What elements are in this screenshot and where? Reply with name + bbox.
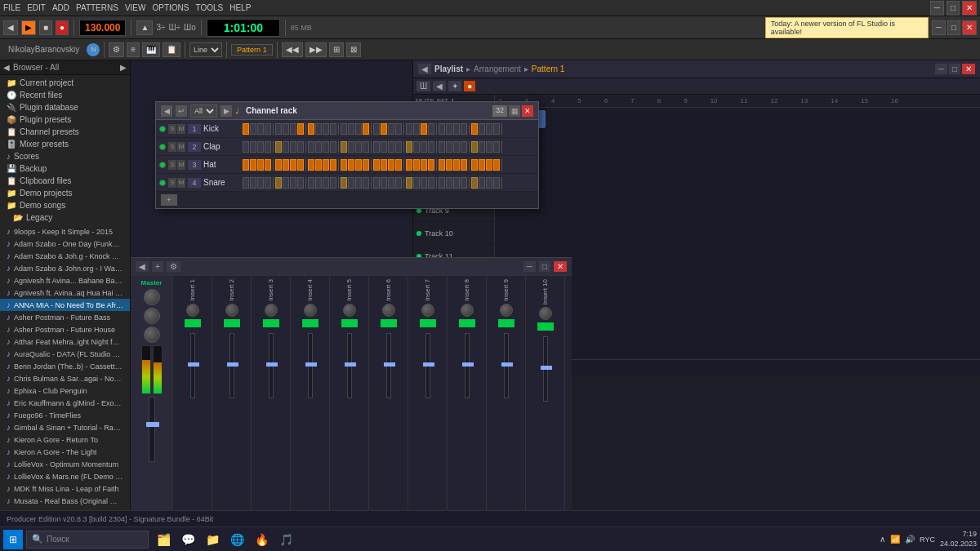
- hat-pad-1[interactable]: [243, 159, 249, 171]
- insert-1-active[interactable]: [185, 319, 201, 327]
- hat-pad-19[interactable]: [388, 159, 394, 171]
- line-select[interactable]: Line: [189, 42, 222, 57]
- record-button[interactable]: ●: [56, 20, 69, 35]
- hat-pad-10[interactable]: [315, 159, 322, 171]
- mixer-tools[interactable]: ⚙: [167, 261, 180, 272]
- snare-mute[interactable]: M: [177, 178, 185, 188]
- insert-10-active[interactable]: [537, 322, 554, 331]
- master-fader-thumb[interactable]: [146, 422, 159, 427]
- hat-pad-8[interactable]: [297, 159, 304, 171]
- hat-pad-12[interactable]: [330, 159, 336, 171]
- kick-pad-21[interactable]: [406, 123, 412, 135]
- snare-solo[interactable]: S: [168, 178, 176, 188]
- hat-pad-30[interactable]: [479, 159, 485, 171]
- insert-8-active[interactable]: [459, 319, 475, 327]
- prev-button[interactable]: ◀: [3, 20, 18, 35]
- clap-pad-30[interactable]: [479, 141, 485, 153]
- kick-pad-18[interactable]: [381, 123, 387, 135]
- clap-pad-24[interactable]: [428, 141, 434, 153]
- hat-pad-31[interactable]: [486, 159, 492, 171]
- hat-mute[interactable]: M: [177, 160, 185, 170]
- sidebar-song-7[interactable]: ♪ Asher Postman - Future Bass: [0, 311, 130, 323]
- clap-pad-28[interactable]: [461, 141, 467, 153]
- clap-pad-14[interactable]: [348, 141, 354, 153]
- sidebar-song-10[interactable]: ♪ AuraQualic - DATA (FL Studio Remix): [0, 348, 130, 360]
- clap-pad-22[interactable]: [413, 141, 420, 153]
- maximize-button[interactable]: □: [947, 1, 960, 16]
- kick-pad-23[interactable]: [421, 123, 427, 135]
- sidebar-item-legacy[interactable]: 📂 Legacy: [0, 211, 130, 224]
- sidebar-back[interactable]: ◀: [3, 63, 10, 72]
- snare-pad-29[interactable]: [471, 177, 478, 189]
- snare-pad-31[interactable]: [486, 177, 492, 189]
- snare-pad-25[interactable]: [439, 177, 445, 189]
- sidebar-song-5[interactable]: ♪ Agnivesh ft. Avina..aq Hua Hai Mujhe: [0, 287, 130, 299]
- clap-pad-8[interactable]: [297, 141, 304, 153]
- sidebar-item-plugin-db[interactable]: 🔌 Plugin database: [0, 101, 130, 113]
- hat-pad-24[interactable]: [428, 159, 434, 171]
- kick-pad-11[interactable]: [323, 123, 329, 135]
- hat-pad-20[interactable]: [395, 159, 402, 171]
- kick-pad-32[interactable]: [493, 123, 500, 135]
- menu-edit[interactable]: EDIT: [27, 3, 46, 12]
- insert-4-knob[interactable]: [304, 304, 317, 317]
- insert-1-fader[interactable]: [188, 362, 199, 367]
- playlist-close[interactable]: ✕: [962, 64, 975, 74]
- cr-filter[interactable]: All: [190, 104, 217, 118]
- stop-button[interactable]: ■: [39, 20, 52, 35]
- clap-pad-10[interactable]: [315, 141, 322, 153]
- sidebar-song-9[interactable]: ♪ Atthar Feat Mehra..ight Night feeling: [0, 335, 130, 348]
- hat-solo[interactable]: S: [168, 160, 176, 170]
- hat-pad-15[interactable]: [355, 159, 362, 171]
- sidebar-song-2[interactable]: ♪ Adam Szabo & Joh.g - Knock Me Out: [0, 250, 130, 262]
- clap-pad-27[interactable]: [453, 141, 460, 153]
- track-grid-2[interactable]: [495, 131, 980, 153]
- insert-10-knob[interactable]: [539, 307, 552, 320]
- clap-pad-5[interactable]: [275, 141, 282, 153]
- hat-led[interactable]: [159, 162, 166, 168]
- insert-4-active[interactable]: [302, 319, 318, 327]
- playlist-maximize[interactable]: □: [949, 64, 960, 74]
- cr-next[interactable]: ▶: [220, 105, 232, 117]
- clap-pad-1[interactable]: [243, 141, 249, 153]
- sidebar-song-8[interactable]: ♪ Asher Postman - Future House: [0, 323, 130, 335]
- kick-pad-15[interactable]: [355, 123, 362, 135]
- kick-pad-20[interactable]: [395, 123, 402, 135]
- tb2-btn3[interactable]: ⊞: [329, 42, 344, 57]
- hat-pad-11[interactable]: [323, 159, 329, 171]
- sidebar-song-21[interactable]: ♪ MDK ft Miss Lina - Leap of Faith: [0, 482, 130, 495]
- clap-pad-20[interactable]: [395, 141, 402, 153]
- clap-pad-17[interactable]: [373, 141, 380, 153]
- master-knob-3[interactable]: [144, 327, 160, 343]
- snare-pad-1[interactable]: [243, 177, 249, 189]
- snare-pad-19[interactable]: [388, 177, 394, 189]
- mixer-close[interactable]: ✕: [554, 261, 567, 272]
- taskbar-item-4[interactable]: 🌐: [225, 530, 248, 549]
- clap-pad-15[interactable]: [355, 141, 362, 153]
- taskbar-search[interactable]: 🔍 Поиск: [26, 531, 149, 549]
- sidebar-song-0[interactable]: ♪ 9loops - Keep It Simple - 2015: [0, 225, 130, 238]
- kick-pad-6[interactable]: [283, 123, 289, 135]
- clap-solo[interactable]: S: [168, 142, 176, 152]
- kick-pad-1[interactable]: [243, 123, 249, 135]
- mixer-min[interactable]: ─: [523, 261, 536, 272]
- tb2-btn4[interactable]: ⊠: [346, 42, 361, 57]
- clap-pad-16[interactable]: [363, 141, 369, 153]
- kick-pad-16[interactable]: [363, 123, 369, 135]
- plugin-picker-btn[interactable]: ⚙: [109, 42, 124, 57]
- clap-led[interactable]: [159, 144, 166, 150]
- snare-pad-13[interactable]: [341, 177, 347, 189]
- kick-pad-2[interactable]: [250, 123, 256, 135]
- menu-options[interactable]: OPTIONS: [152, 3, 189, 12]
- insert-5-knob[interactable]: [343, 304, 356, 317]
- kick-pad-24[interactable]: [428, 123, 434, 135]
- kick-pad-9[interactable]: [308, 123, 314, 135]
- hat-pad-27[interactable]: [453, 159, 460, 171]
- kick-pad-29[interactable]: [471, 123, 478, 135]
- pattern-selector[interactable]: Pattern 1: [231, 44, 273, 56]
- tb-btn-2[interactable]: □: [947, 20, 960, 35]
- kick-mute[interactable]: M: [177, 124, 185, 134]
- sidebar-song-15[interactable]: ♪ Fuego96 - TimeFlies: [0, 409, 130, 421]
- snare-pad-7[interactable]: [290, 177, 296, 189]
- hat-pad-25[interactable]: [439, 159, 445, 171]
